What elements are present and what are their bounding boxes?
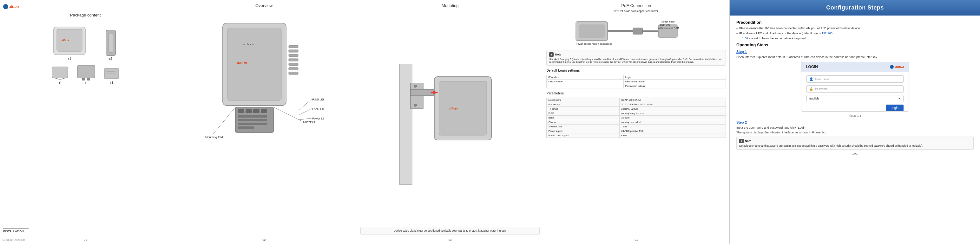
parameters-subtitle: Parameters [546, 92, 563, 95]
table-row: Power consumption < 6W [547, 133, 726, 138]
svg-text:Mounting Part: Mounting Part [205, 136, 223, 139]
mounting-diagram-container: alhua [360, 11, 540, 241]
overview-page-num: · 02 · [261, 238, 267, 241]
svg-rect-27 [245, 109, 252, 113]
svg-rect-53 [579, 25, 605, 37]
login-row-password-value: Password: admin [624, 84, 725, 89]
login-row-ip-label: IP address [547, 75, 624, 79]
param-power-cons-label: Power consumption [547, 133, 620, 138]
param-model-label: Model name [547, 98, 620, 102]
package-item-camera: alhua x1 [52, 25, 87, 60]
svg-rect-24 [289, 72, 298, 74]
package-item-bracket-label: x1 [109, 57, 113, 60]
svg-rect-44 [399, 64, 412, 184]
login-dialog-title: LOGIN [806, 65, 818, 69]
svg-rect-7 [52, 67, 68, 78]
default-login-table: IP address Login DHCP mode Username: adm… [546, 75, 726, 89]
svg-line-38 [299, 99, 312, 110]
svg-rect-30 [238, 115, 267, 117]
svg-text:alhua: alhua [237, 61, 247, 65]
param-freq-label: Frequency [547, 102, 620, 107]
svg-point-0 [3, 4, 8, 9]
package-item-psu: x1 [76, 64, 97, 85]
login-row-dhcp-label: DHCP mode [547, 79, 624, 84]
password-field[interactable]: 🔒 Password [807, 85, 904, 92]
login-dialog-header: LOGIN alhua [801, 62, 908, 71]
param-channel-label: Channel [547, 120, 620, 125]
package-page-num: · 01 · [82, 238, 89, 241]
param-power-supply-label: Power supply [547, 129, 620, 133]
svg-text:RSSI LEDs: RSSI LEDs [312, 98, 324, 101]
step1-desc: Open Internet Explorer, input default IP… [737, 55, 974, 59]
param-tx-label: Tx power [547, 107, 620, 111]
poe-title: PoE Connection [621, 3, 651, 8]
svg-text:« click »: « click » [243, 43, 254, 46]
login-dialog-body: 👤 User name 🔒 Password English ▼ Login [801, 71, 908, 108]
poe-diagram-container: Power cord is region dependent. solder m… [546, 14, 726, 49]
param-band-value: 20 dBm [620, 116, 726, 120]
svg-text:alhua: alhua [9, 5, 19, 9]
precondition-text-1: Please ensure that PC has been connected… [739, 26, 861, 30]
poe-note-title: i Note [549, 52, 723, 57]
svg-text:LAN LED: LAN LED [312, 108, 324, 111]
table-row: Model name SDAP-1000HA-AC [547, 98, 726, 102]
package-item-bracket: x1 [103, 29, 119, 60]
svg-rect-22 [289, 63, 298, 66]
bullet-dot-2: • [737, 32, 738, 35]
package-item-small-label: x1 [110, 81, 113, 85]
language-select[interactable]: English ▼ [807, 95, 904, 102]
table-row: Tx power 22dBm / 22dBm [547, 107, 726, 111]
table-row: DHCP mode Username: admin [547, 79, 726, 84]
username-field[interactable]: 👤 User name [807, 75, 904, 83]
svg-line-36 [274, 107, 302, 121]
config-note-box: i Note Default username and password are… [737, 136, 974, 150]
config-steps-header: Configuration Steps [730, 0, 980, 16]
param-tx-value: 22dBm / 22dBm [620, 107, 726, 111]
svg-text:Power cord is region dependent: Power cord is region dependent. [576, 43, 612, 45]
login-row-dhcp-value: Username: admin [624, 79, 725, 84]
svg-text:to the shielded RJ45: to the shielded RJ45 [658, 27, 679, 30]
svg-rect-11 [104, 68, 119, 79]
mounting-title: Mounting [442, 3, 458, 8]
poe-note-title-text: Note [555, 53, 561, 56]
overview-diagram: alhua « click » [204, 14, 324, 166]
package-item-cable: x1 [51, 65, 70, 85]
package-content-section: alhua Package content alhua x1 [0, 0, 171, 244]
table-row: EIRP country's requirement [547, 111, 726, 116]
parameters-table: Model name SDAP-1000HA-AC Frequency 5.15… [546, 98, 726, 138]
svg-rect-19 [289, 50, 298, 52]
package-item-camera-label: x1 [68, 57, 72, 60]
step2-title: Step 2 [737, 120, 974, 124]
svg-rect-9 [82, 78, 85, 81]
poe-note-box: i Note Standard Category 5 (or above) ca… [546, 50, 726, 66]
param-channel-value: country dependent [620, 120, 726, 125]
svg-text:Power LED: Power LED [312, 117, 324, 120]
password-placeholder: Password [815, 87, 828, 90]
lock-icon: 🔒 [809, 87, 813, 90]
fig-caption: Figure 1-1 [737, 114, 974, 117]
param-power-supply-value: 24V DC passive PoE [620, 129, 726, 133]
login-dialog: LOGIN alhua 👤 User name 🔒 Password [801, 62, 909, 111]
config-steps-content: Precondition • Please ensure that PC has… [730, 16, 980, 244]
svg-rect-48 [439, 81, 487, 135]
svg-rect-18 [289, 45, 298, 48]
package-item-cable-label: x1 [58, 81, 62, 85]
precondition-bullet-2: • IP address of PC and IP address of the… [737, 32, 974, 35]
svg-text:alhua: alhua [449, 107, 458, 111]
svg-line-34 [213, 107, 235, 134]
default-login-subtitle: Default Login settings [546, 69, 580, 72]
svg-rect-23 [289, 68, 298, 70]
package-content-title: Package content [70, 13, 101, 17]
login-button[interactable]: Login [886, 105, 904, 111]
overview-title: Overview [255, 3, 272, 8]
svg-rect-33 [238, 127, 254, 129]
svg-text:drain wire: drain wire [660, 24, 670, 26]
svg-point-50 [414, 85, 417, 87]
config-note-title: Note [745, 139, 751, 143]
bullet-dot-1: • [737, 27, 738, 30]
precondition-text-2b: 1.36 are set to be in the same network s… [742, 36, 974, 40]
chevron-down-icon: ▼ [898, 97, 901, 100]
svg-rect-15 [228, 28, 282, 101]
svg-rect-29 [261, 109, 267, 113]
table-row: Band 20 dBm [547, 116, 726, 120]
